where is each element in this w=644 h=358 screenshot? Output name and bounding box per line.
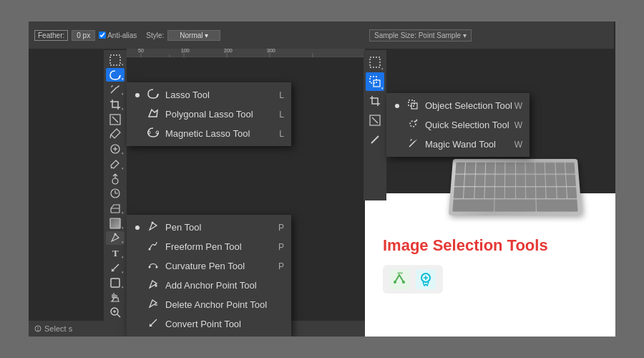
obj-select-icon xyxy=(406,100,419,112)
right-marquee-tool[interactable]: ▾ xyxy=(366,53,384,72)
options-bar-right: Sample Size: Point Sample ▾ xyxy=(364,21,614,49)
polygonal-lasso-label: Polygonal Lasso Tool xyxy=(165,109,253,120)
lasso-tool[interactable]: ▾ xyxy=(106,68,125,82)
svg-point-42 xyxy=(152,222,154,224)
del-anchor-icon xyxy=(147,299,160,311)
heal-tool[interactable]: ▾ xyxy=(106,142,125,156)
obj-select-bullet xyxy=(395,104,399,108)
lasso-tool-label: Lasso Tool xyxy=(165,90,210,100)
svg-line-25 xyxy=(110,135,111,138)
del-anchor-label: Delete Anchor Point Tool xyxy=(165,299,267,310)
lasso-icon xyxy=(147,89,160,101)
right-slice-tool[interactable] xyxy=(366,111,384,130)
quick-selection-item[interactable]: Quick Selection Tool W xyxy=(386,115,530,135)
right-options-btn[interactable]: Sample Size: Point Sample ▾ xyxy=(369,29,472,42)
magic-wand-label: Magic Wand Tool xyxy=(425,139,496,150)
svg-point-44 xyxy=(149,266,151,268)
magic-wand-item[interactable]: Magic Wand Tool W xyxy=(386,135,530,154)
ruler-horizontal: 50 100 200 300 xyxy=(127,49,365,57)
del-anchor-item[interactable]: Delete Anchor Point Tool xyxy=(127,295,291,314)
wand-tool[interactable]: ▾ xyxy=(106,82,125,97)
lasso-selected-bullet xyxy=(135,93,140,97)
svg-text:100: 100 xyxy=(181,49,190,53)
magnetic-lasso-item[interactable]: Magnetic Lasso Tool L xyxy=(127,124,291,143)
brush-tool[interactable]: ▾ xyxy=(106,157,125,171)
magic-wand-icon xyxy=(406,138,419,150)
feather-value[interactable]: 0 px xyxy=(72,30,95,41)
mag-shortcut: L xyxy=(279,129,284,139)
obj-shortcut: W xyxy=(514,101,522,111)
laptop-keyboard xyxy=(451,158,594,229)
wand-shortcut: W xyxy=(514,140,522,150)
svg-point-71 xyxy=(37,329,39,331)
icon-badges-container xyxy=(383,265,443,294)
gradient-tool[interactable]: ▾ xyxy=(106,216,125,231)
svg-line-55 xyxy=(371,136,379,143)
lasso-shortcut: L xyxy=(279,90,284,100)
convert-point-item[interactable]: Convert Point Tool xyxy=(127,314,291,334)
type-tool[interactable]: T ▾ xyxy=(106,246,125,260)
keyboard xyxy=(449,159,582,216)
style-select[interactable]: Normal ▾ xyxy=(167,30,220,41)
hand-tool[interactable] xyxy=(106,291,125,305)
freeform-pen-item[interactable]: Freeform Pen Tool P xyxy=(127,237,291,256)
freeform-shortcut: P xyxy=(278,242,284,252)
clone-tool[interactable] xyxy=(106,172,125,186)
history-tool[interactable] xyxy=(106,186,125,200)
freeform-label: Freeform Pen Tool xyxy=(165,241,242,252)
freeform-icon xyxy=(147,241,160,253)
object-selection-item[interactable]: Object Selection Tool W xyxy=(386,96,530,115)
svg-rect-0 xyxy=(127,49,365,57)
quick-select-icon xyxy=(406,119,419,131)
shape-tool[interactable]: ▾ xyxy=(106,276,125,290)
pen-dropdown-menu: Pen Tool P Freeform Pen Tool P Curvature… xyxy=(127,215,291,337)
poly-shortcut: L xyxy=(279,110,284,120)
right-eyedropper-tool[interactable] xyxy=(366,130,384,149)
curvature-pen-item[interactable]: Curvature Pen Tool P xyxy=(127,256,291,276)
svg-point-29 xyxy=(112,178,118,184)
svg-point-62 xyxy=(402,281,405,284)
svg-rect-35 xyxy=(111,279,119,287)
curve-icon xyxy=(147,260,160,272)
svg-rect-50 xyxy=(370,57,380,67)
green-badge xyxy=(390,269,410,289)
main-container: Feather: 0 px Anti-alias Style: Normal ▾… xyxy=(29,21,615,337)
marquee-tool[interactable]: ▾ xyxy=(106,53,125,67)
lasso-tool-item[interactable]: Lasso Tool L xyxy=(127,85,291,105)
svg-point-33 xyxy=(114,233,117,236)
mag-lasso-icon xyxy=(147,127,160,140)
convert-label: Convert Point Tool xyxy=(165,319,241,329)
svg-point-61 xyxy=(394,281,396,284)
status-text: Select s xyxy=(44,324,72,333)
eraser-tool[interactable]: ▾ xyxy=(106,201,125,216)
pen-selected-bullet xyxy=(135,226,140,230)
svg-line-24 xyxy=(112,117,118,122)
svg-rect-32 xyxy=(110,218,120,228)
curvature-shortcut: P xyxy=(278,261,284,271)
svg-line-64 xyxy=(401,273,402,274)
add-anchor-label: Add Anchor Point Tool xyxy=(165,280,257,291)
path-select-tool[interactable]: ▾ xyxy=(106,261,125,275)
add-anchor-item[interactable]: Add Anchor Point Tool xyxy=(127,276,291,295)
polygonal-lasso-item[interactable]: Polygonal Lasso Tool L xyxy=(127,105,291,124)
feather-label: Feather: xyxy=(34,30,68,41)
slice-tool[interactable] xyxy=(106,112,125,127)
anti-alias-checkbox[interactable] xyxy=(99,32,106,39)
magnetic-lasso-label: Magnetic Lasso Tool xyxy=(165,128,250,139)
eyedropper-tool[interactable] xyxy=(106,127,125,142)
curvature-label: Curvature Pen Tool xyxy=(165,261,245,271)
zoom-tool[interactable] xyxy=(106,305,125,319)
pen-shortcut: P xyxy=(278,223,284,233)
right-crop-tool[interactable] xyxy=(366,92,384,110)
pen-tool[interactable]: ▾ xyxy=(106,231,125,246)
right-selection-tool[interactable]: ▾ xyxy=(366,72,384,91)
poly-lasso-icon xyxy=(147,108,160,120)
pen-tool-item[interactable]: Pen Tool P xyxy=(127,218,291,237)
svg-text:300: 300 xyxy=(267,49,275,53)
svg-line-65 xyxy=(398,273,399,274)
svg-point-45 xyxy=(156,266,158,268)
status-icon xyxy=(34,325,42,332)
crop-tool[interactable]: ▾ xyxy=(106,97,125,112)
svg-line-54 xyxy=(372,117,378,123)
options-bar-left: Feather: 0 px Anti-alias Style: Normal ▾ xyxy=(29,21,365,49)
